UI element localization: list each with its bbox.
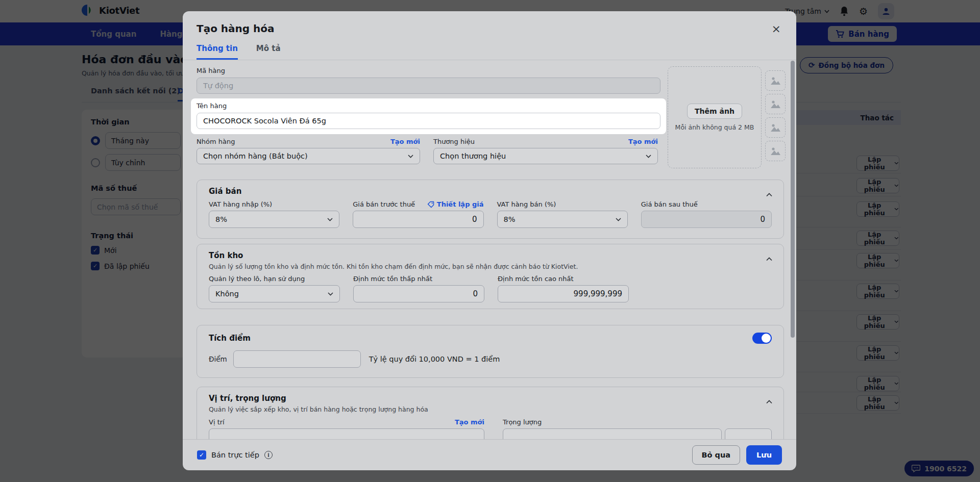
collapse-section-icon[interactable]	[766, 396, 772, 406]
stock-section: Tồn kho Quản lý số lượng tồn kho và định…	[197, 244, 784, 309]
product-group-value: Chọn nhóm hàng (Bắt buộc)	[203, 152, 308, 160]
vat-out-field: VAT hàng bán (%) 8%	[497, 200, 628, 228]
vat-out-value: 8%	[504, 215, 516, 223]
image-placeholder-icon[interactable]	[765, 117, 786, 138]
image-placeholder-icon[interactable]	[765, 141, 786, 161]
modal-footer: ✓ Bán trực tiếp i Bỏ qua Lưu	[183, 439, 796, 470]
chevron-down-icon	[327, 218, 333, 221]
position-section-title: Vị trí, trọng lượng	[209, 387, 772, 403]
tag-icon	[427, 201, 434, 208]
product-name-label: Tên hàng	[197, 102, 660, 110]
points-rate-text: Tỷ lệ quy đổi 10,000 VND = 1 điểm	[369, 355, 500, 363]
lot-management-label: Quản lý theo lô, hạn sử dụng	[209, 275, 305, 283]
info-icon[interactable]: i	[264, 451, 273, 459]
image-placeholder-icon[interactable]	[765, 94, 786, 114]
price-after-tax-input	[641, 211, 772, 228]
create-product-modal: Tạo hàng hóa × Thông tin Mô tả Mã hàng T…	[183, 11, 796, 470]
chevron-down-icon	[328, 292, 333, 296]
weight-label: Trọng lượng	[503, 418, 542, 426]
product-brand-value: Chọn thương hiệu	[440, 152, 506, 160]
price-before-tax-field: Giá bán trước thuế Thiết lập giá	[353, 200, 483, 228]
price-before-tax-label: Giá bán trước thuế	[353, 200, 415, 208]
price-after-tax-label: Giá bán sau thuế	[641, 200, 698, 208]
collapse-section-icon[interactable]	[766, 253, 772, 263]
vat-in-field: VAT hàng nhập (%) 8%	[209, 200, 339, 228]
product-name-input[interactable]	[197, 113, 660, 129]
modal-title: Tạo hàng hóa	[197, 22, 781, 35]
price-section-title: Giá bán	[209, 180, 772, 196]
create-group-link[interactable]: Tạo mới	[390, 138, 420, 145]
position-label: Vị trí	[209, 418, 225, 426]
save-button[interactable]: Lưu	[746, 445, 782, 465]
price-setup-link[interactable]: Thiết lập giá	[427, 200, 484, 208]
price-after-tax-field: Giá bán sau thuế	[641, 200, 772, 228]
image-upload-dropzone[interactable]: Thêm ảnh Mỗi ảnh không quá 2 MB	[668, 66, 762, 168]
tab-description[interactable]: Mô tả	[256, 44, 281, 60]
image-thumbnail-slots	[765, 70, 786, 168]
lot-management-value: Không	[215, 290, 239, 298]
product-name-spotlight: Tên hàng	[191, 98, 666, 134]
product-brand-field: Thương hiệu Tạo mới Chọn thương hiệu	[433, 138, 658, 164]
min-stock-field: Định mức tồn thấp nhất	[353, 275, 484, 302]
product-group-select[interactable]: Chọn nhóm hàng (Bắt buộc)	[197, 148, 420, 164]
points-section: Tích điểm Điểm Tỷ lệ quy đổi 10,000 VND …	[197, 325, 784, 378]
modal-body: Mã hàng Tên hàng Nhóm hàng Tạo mới Chọn …	[183, 60, 796, 439]
weight-unit-select[interactable]	[725, 428, 772, 439]
create-position-link[interactable]: Tạo mới	[455, 418, 484, 426]
product-code-input[interactable]	[197, 78, 660, 94]
create-brand-link[interactable]: Tạo mới	[628, 138, 658, 145]
product-images-panel: Thêm ảnh Mỗi ảnh không quá 2 MB	[668, 66, 786, 168]
min-stock-input[interactable]	[353, 285, 484, 302]
modal-header: Tạo hàng hóa × Thông tin Mô tả	[183, 11, 796, 60]
price-section: Giá bán VAT hàng nhập (%) 8% Giá bán trư…	[197, 180, 784, 239]
chevron-down-icon	[646, 155, 651, 158]
product-brand-select[interactable]: Chọn thương hiệu	[433, 148, 658, 164]
max-stock-input[interactable]	[498, 285, 629, 302]
direct-sale-label: Bán trực tiếp	[211, 451, 259, 459]
vat-in-value: 8%	[215, 215, 227, 223]
vat-out-select[interactable]: 8%	[497, 211, 628, 228]
lot-management-field: Quản lý theo lô, hạn sử dụng Không	[209, 275, 340, 302]
modal-tabs: Thông tin Mô tả	[197, 44, 781, 60]
max-stock-field: Định mức tồn cao nhất	[498, 275, 629, 302]
points-input[interactable]	[233, 350, 361, 368]
stock-section-description: Quản lý số lượng tồn kho và định mức tồn…	[209, 263, 772, 270]
screen: KiotViet Trung tâm ⚙ Tổng quan Hàng hóa	[0, 0, 980, 482]
vat-in-label: VAT hàng nhập (%)	[209, 200, 272, 208]
direct-sale-checkbox[interactable]: ✓	[197, 450, 206, 460]
product-brand-label: Thương hiệu	[433, 138, 475, 145]
product-group-field: Nhóm hàng Tạo mới Chọn nhóm hàng (Bắt bu…	[197, 138, 420, 164]
chevron-down-icon	[616, 218, 621, 221]
points-section-title: Tích điểm	[209, 334, 251, 343]
price-before-tax-input[interactable]	[353, 211, 483, 228]
stock-section-title: Tồn kho	[209, 244, 772, 260]
chevron-down-icon	[408, 155, 413, 158]
modal-scrollbar[interactable]	[791, 61, 795, 338]
add-image-button[interactable]: Thêm ảnh	[687, 104, 742, 119]
weight-input[interactable]	[503, 428, 722, 439]
image-placeholder-icon[interactable]	[765, 70, 786, 91]
skip-button[interactable]: Bỏ qua	[692, 445, 741, 465]
tab-info[interactable]: Thông tin	[197, 44, 238, 60]
min-stock-label: Định mức tồn thấp nhất	[353, 275, 432, 283]
price-setup-label: Thiết lập giá	[437, 200, 484, 208]
vat-out-label: VAT hàng bán (%)	[497, 200, 556, 208]
position-section: Vị trí, trọng lượng Quản lý việc sắp xếp…	[197, 387, 784, 439]
product-group-label: Nhóm hàng	[197, 138, 235, 145]
image-size-hint: Mỗi ảnh không quá 2 MB	[675, 123, 754, 131]
lot-management-select[interactable]: Không	[209, 285, 340, 302]
vat-in-select[interactable]: 8%	[209, 211, 339, 228]
weight-field: Trọng lượng	[503, 418, 772, 439]
points-toggle[interactable]	[752, 333, 772, 344]
position-input[interactable]	[209, 428, 484, 439]
collapse-section-icon[interactable]	[766, 189, 772, 199]
points-label: Điểm	[209, 355, 227, 363]
position-section-description: Quản lý việc sắp xếp kho, vị trí bán hàn…	[209, 405, 772, 413]
close-icon[interactable]: ×	[772, 23, 781, 35]
position-field: Vị trí Tạo mới	[209, 418, 484, 439]
max-stock-label: Định mức tồn cao nhất	[498, 275, 574, 283]
